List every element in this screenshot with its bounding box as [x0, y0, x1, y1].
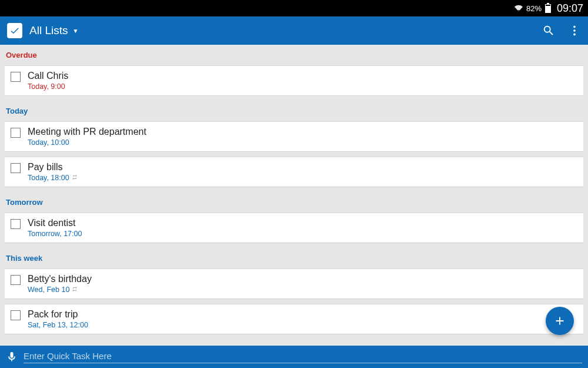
- task-title: Betty's birthday: [28, 274, 92, 284]
- task-title: Pay bills: [28, 162, 78, 173]
- wifi-icon: [514, 4, 523, 12]
- group-header: This week: [0, 248, 588, 266]
- task-list-scroll[interactable]: OverdueCall ChrisToday, 9:00TodayMeeting…: [0, 45, 588, 346]
- list-selector[interactable]: All Lists ▼: [29, 24, 78, 37]
- status-time: 09:07: [557, 2, 583, 15]
- app-icon[interactable]: [7, 23, 22, 38]
- task-title: Pack for trip: [28, 309, 88, 320]
- task-checkbox[interactable]: [11, 128, 21, 138]
- task-title: Meeting with PR department: [28, 127, 146, 137]
- svg-point-0: [573, 26, 576, 28]
- content-area: OverdueCall ChrisToday, 9:00TodayMeeting…: [0, 45, 588, 346]
- actionbar-title: All Lists: [29, 24, 68, 37]
- search-button[interactable]: [542, 24, 555, 37]
- task-card[interactable]: Betty's birthdayWed, Feb 10: [5, 268, 583, 299]
- task-checkbox[interactable]: [11, 275, 21, 285]
- task-checkbox[interactable]: [11, 310, 21, 320]
- status-bar: 82% 09:07: [0, 0, 588, 16]
- task-subtext: Today, 10:00: [28, 138, 146, 147]
- task-body: Pay billsToday, 18:00: [28, 162, 78, 182]
- task-subtext: Tomorrow, 17:00: [28, 230, 82, 238]
- group-header: Tomorrow: [0, 192, 588, 210]
- svg-point-1: [573, 29, 576, 32]
- task-card[interactable]: Pack for tripSat, Feb 13, 12:00: [5, 304, 583, 334]
- group-header: Overdue: [0, 45, 588, 63]
- task-body: Pack for tripSat, Feb 13, 12:00: [28, 309, 88, 329]
- task-checkbox[interactable]: [11, 72, 21, 82]
- task-subtext: Today, 9:00: [28, 82, 68, 91]
- task-checkbox[interactable]: [11, 163, 21, 173]
- task-subtext: Sat, Feb 13, 12:00: [28, 321, 88, 329]
- task-card[interactable]: Pay billsToday, 18:00: [5, 157, 583, 187]
- repeat-icon: [72, 174, 78, 182]
- battery-percent: 82%: [526, 4, 542, 13]
- group-header: Next week: [0, 339, 588, 346]
- quick-task-bar: [0, 346, 588, 368]
- overflow-menu-button[interactable]: [568, 24, 581, 37]
- quick-task-input[interactable]: [24, 351, 582, 361]
- task-title: Visit dentist: [28, 218, 82, 228]
- task-subtext: Wed, Feb 10: [28, 286, 92, 294]
- task-body: Meeting with PR departmentToday, 10:00: [28, 127, 146, 147]
- battery-icon: [545, 4, 551, 13]
- voice-input-button[interactable]: [6, 351, 18, 363]
- task-card[interactable]: Call ChrisToday, 9:00: [5, 65, 583, 96]
- action-bar: All Lists ▼: [0, 16, 588, 45]
- svg-point-2: [573, 34, 576, 36]
- task-card[interactable]: Visit dentistTomorrow, 17:00: [5, 213, 583, 243]
- task-subtext: Today, 18:00: [28, 174, 78, 182]
- task-checkbox[interactable]: [11, 219, 21, 229]
- dropdown-caret-icon: ▼: [72, 28, 78, 34]
- task-body: Visit dentistTomorrow, 17:00: [28, 218, 82, 238]
- add-task-fab[interactable]: [546, 307, 574, 335]
- task-body: Call ChrisToday, 9:00: [28, 71, 68, 91]
- repeat-icon: [72, 286, 78, 294]
- task-body: Betty's birthdayWed, Feb 10: [28, 274, 92, 294]
- task-title: Call Chris: [28, 71, 68, 81]
- group-header: Today: [0, 101, 588, 119]
- task-card[interactable]: Meeting with PR departmentToday, 10:00: [5, 121, 583, 152]
